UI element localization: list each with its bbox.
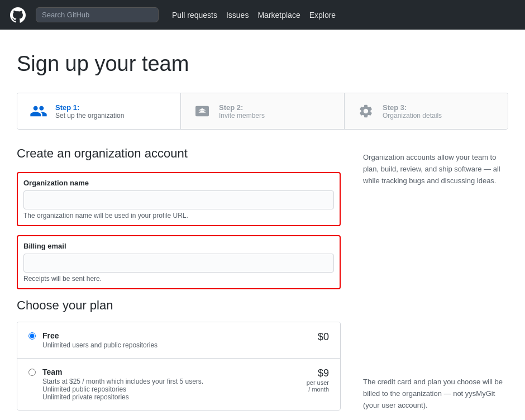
step-1-label: Set up the organization (55, 112, 124, 120)
step-3-number: Step 3: (383, 103, 442, 112)
plan-options: Free Unlimited users and public reposito… (17, 322, 341, 411)
create-org-side-text: Organization accounts allow your team to… (363, 152, 508, 187)
plan-name-team: Team (42, 367, 298, 376)
step-2-text: Step 2: Invite members (219, 103, 265, 120)
plan-desc-free: Unlimited users and public repositories (42, 341, 309, 349)
plan-extra-line-2: Unlimited private repositories (42, 393, 298, 401)
nav-marketplace[interactable]: Marketplace (257, 11, 300, 20)
choose-plan-side-text: The credit card and plan you choose will… (363, 376, 508, 411)
plan-desc-team: Starts at $25 / month which includes you… (42, 378, 298, 385)
step-3-text: Step 3: Organization details (383, 103, 442, 120)
plan-price-amount-team: $9 (307, 367, 329, 379)
step-1-text: Step 1: Set up the organization (55, 103, 124, 120)
org-name-input[interactable] (23, 190, 334, 209)
plan-radio-team[interactable] (28, 369, 36, 376)
steps-bar: Step 1: Set up the organization Step 2: … (17, 93, 508, 130)
step-2-number: Step 2: (219, 103, 265, 112)
plan-info-free: Free Unlimited users and public reposito… (42, 331, 309, 349)
step-1[interactable]: Step 1: Set up the organization (17, 93, 181, 129)
create-org-title: Create an organization account (17, 146, 341, 161)
plan-radio-free[interactable] (28, 332, 36, 340)
org-name-label: Organization name (23, 179, 334, 187)
page-title: Sign up your team (17, 52, 508, 76)
create-org-main: Create an organization account Organizat… (17, 146, 341, 412)
org-name-hint: The organization name will be used in yo… (23, 212, 334, 219)
plan-price-amount-free: $0 (318, 331, 329, 343)
step-2[interactable]: Step 2: Invite members (181, 93, 345, 129)
step-3[interactable]: Step 3: Organization details (345, 93, 508, 129)
step-1-icon (28, 101, 49, 121)
billing-email-field-wrapper: Billing email Receipts will be sent here… (17, 235, 341, 289)
step-3-label: Organization details (383, 112, 442, 120)
plan-price-team: $9 per user/ month (307, 367, 329, 393)
billing-email-label: Billing email (23, 242, 334, 250)
plan-extra-line-1: Unlimited public repositories (42, 385, 298, 393)
org-name-field-wrapper: Organization name The organization name … (17, 172, 341, 226)
nav-pull-requests[interactable]: Pull requests (172, 11, 217, 20)
plan-name-free: Free (42, 331, 309, 340)
billing-email-hint: Receipts will be sent here. (23, 275, 334, 283)
plan-info-team: Team Starts at $25 / month which include… (42, 367, 298, 401)
step-3-icon (356, 101, 376, 121)
step-2-label: Invite members (219, 112, 265, 120)
step-1-number: Step 1: (55, 103, 124, 112)
main-container: Sign up your team Step 1: Set up the org… (0, 30, 525, 420)
step-2-icon (192, 101, 212, 121)
create-org-sidebar: Organization accounts allow your team to… (363, 146, 508, 412)
nav-issues[interactable]: Issues (226, 11, 249, 20)
plan-price-free: $0 (318, 331, 329, 343)
navbar-links: Pull requests Issues Marketplace Explore (172, 11, 336, 20)
search-input[interactable] (36, 7, 159, 22)
plan-option-free[interactable]: Free Unlimited users and public reposito… (17, 322, 340, 359)
nav-explore[interactable]: Explore (309, 11, 336, 20)
plan-option-team[interactable]: Team Starts at $25 / month which include… (17, 359, 340, 410)
create-org-section: Create an organization account Organizat… (17, 146, 508, 412)
billing-email-input[interactable] (23, 254, 334, 273)
github-logo-icon (9, 6, 27, 24)
choose-plan-title: Choose your plan (17, 298, 341, 313)
navbar: Pull requests Issues Marketplace Explore (0, 0, 525, 30)
plan-price-detail-team: per user/ month (307, 379, 329, 393)
